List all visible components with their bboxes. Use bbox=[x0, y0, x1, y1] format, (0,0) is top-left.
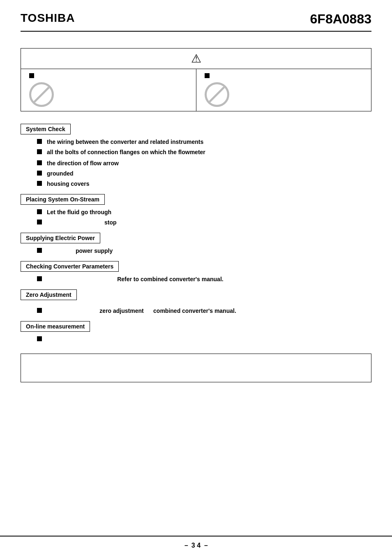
page-footer: － 3 4 － bbox=[0, 536, 392, 555]
warning-header: ⚠ bbox=[21, 49, 371, 69]
bullet-fluid bbox=[37, 209, 42, 214]
no-symbol-right bbox=[205, 82, 229, 107]
page-header: TOSHIBA 6F8A0883 bbox=[0, 0, 392, 31]
step-item-bolts: all the bolts of connection flanges on w… bbox=[37, 148, 371, 157]
step-group-system-check: System Check the wiring between the conv… bbox=[21, 124, 371, 188]
step-item-fluid: Let the fluid go through bbox=[37, 208, 371, 217]
page-number: － 3 4 － bbox=[183, 542, 209, 549]
bullet-square-left bbox=[29, 73, 34, 78]
step-label-zero: Zero Adjustment bbox=[21, 289, 77, 300]
step-item-online bbox=[37, 335, 371, 341]
warning-body bbox=[21, 69, 371, 111]
step-group-zero: Zero Adjustment zero adjustment combined… bbox=[21, 289, 371, 315]
step-group-supplying: Supplying Electric Power power supply bbox=[21, 233, 371, 255]
warning-triangle-icon: ⚠ bbox=[191, 52, 201, 65]
bullet-square-right bbox=[205, 73, 210, 78]
company-logo: TOSHIBA bbox=[21, 12, 75, 25]
page: TOSHIBA 6F8A0883 ⚠ bbox=[0, 0, 392, 555]
bullet-flow-arrow bbox=[37, 160, 42, 165]
main-content: ⚠ System Check the wiring betw bbox=[0, 40, 392, 536]
step-text-refer: Refer to combined converter's manual. bbox=[47, 275, 224, 284]
step-group-checking: Checking Converter Parameters Refer to c… bbox=[21, 261, 371, 284]
step-label-placing: Placing System On-Stream bbox=[21, 194, 105, 205]
step-text-housing: housing covers bbox=[47, 180, 89, 188]
step-text-flow-arrow: the direction of flow arrow bbox=[47, 159, 119, 168]
step-item-grounded: grounded bbox=[37, 169, 371, 178]
step-label-online: On-line measurement bbox=[21, 321, 90, 332]
doc-number: 6F8A0883 bbox=[310, 12, 371, 27]
step-group-online: On-line measurement bbox=[21, 321, 371, 341]
step-item-power: power supply bbox=[37, 247, 371, 255]
step-item-zero: zero adjustment combined converter's man… bbox=[37, 307, 371, 315]
bullet-housing bbox=[37, 181, 42, 186]
bullet-stop bbox=[37, 220, 42, 224]
no-symbol-left bbox=[29, 82, 54, 107]
step-item-stop: stop bbox=[37, 218, 371, 227]
step-label-checking: Checking Converter Parameters bbox=[21, 261, 119, 272]
steps-section: System Check the wiring between the conv… bbox=[21, 124, 371, 341]
step-group-placing: Placing System On-Stream Let the fluid g… bbox=[21, 194, 371, 227]
bullet-wiring bbox=[37, 139, 42, 144]
bullet-bolts bbox=[37, 149, 42, 154]
warning-col-left bbox=[21, 69, 196, 111]
header-divider bbox=[21, 31, 371, 32]
step-text-stop: stop bbox=[47, 218, 117, 227]
step-label-system-check: System Check bbox=[21, 124, 71, 134]
bullet-power bbox=[37, 248, 42, 253]
step-item-refer: Refer to combined converter's manual. bbox=[37, 275, 371, 284]
bullet-refer bbox=[37, 276, 42, 281]
step-item-flow-arrow: the direction of flow arrow bbox=[37, 159, 371, 168]
bullet-grounded bbox=[37, 171, 42, 176]
step-text-power: power supply bbox=[47, 247, 113, 255]
step-text-bolts: all the bolts of connection flanges on w… bbox=[47, 148, 205, 157]
step-text-grounded: grounded bbox=[47, 169, 74, 178]
warning-box: ⚠ bbox=[21, 48, 371, 111]
note-box bbox=[21, 354, 371, 382]
step-item-housing: housing covers bbox=[37, 180, 371, 188]
warning-col-right bbox=[196, 69, 371, 111]
step-text-zero: zero adjustment combined converter's man… bbox=[47, 307, 236, 315]
step-item-wiring: the wiring between the converter and rel… bbox=[37, 138, 371, 146]
bullet-zero bbox=[37, 308, 42, 313]
step-text-wiring: the wiring between the converter and rel… bbox=[47, 138, 203, 146]
bullet-online bbox=[37, 336, 42, 341]
step-label-supplying: Supplying Electric Power bbox=[21, 233, 100, 243]
step-text-fluid: Let the fluid go through bbox=[47, 208, 111, 217]
